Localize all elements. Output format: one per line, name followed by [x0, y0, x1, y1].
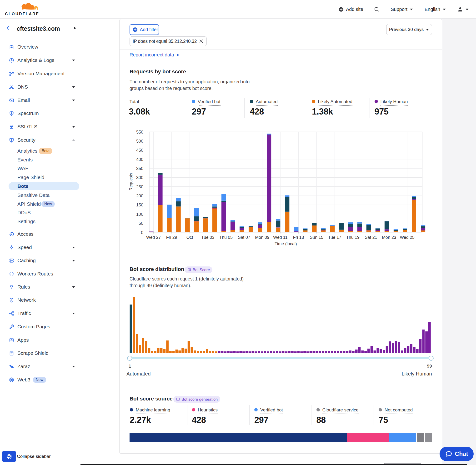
- svg-text:0: 0: [141, 230, 143, 235]
- svg-text:Automated: Automated: [127, 371, 151, 376]
- svg-text:Time (local): Time (local): [275, 242, 297, 246]
- svg-text:Wed 25: Wed 25: [400, 235, 414, 240]
- svg-text:100: 100: [136, 212, 143, 217]
- svg-text:Oct: Oct: [186, 235, 193, 240]
- svg-text:50: 50: [138, 221, 143, 226]
- svg-text:450: 450: [136, 148, 143, 153]
- svg-text:200: 200: [136, 194, 143, 198]
- svg-text:Mon 23: Mon 23: [382, 235, 396, 240]
- svg-text:Sat 21: Sat 21: [365, 235, 377, 240]
- svg-text:1: 1: [128, 364, 131, 369]
- svg-text:500: 500: [136, 139, 143, 144]
- svg-text:Sat 07: Sat 07: [238, 235, 250, 240]
- svg-text:Mon 09: Mon 09: [255, 235, 269, 240]
- svg-text:Tue 17: Tue 17: [328, 235, 341, 240]
- svg-text:Wed 11: Wed 11: [273, 235, 287, 240]
- svg-text:400: 400: [136, 157, 143, 162]
- svg-text:Wed 27: Wed 27: [146, 235, 161, 240]
- svg-text:Requests: Requests: [128, 173, 133, 190]
- svg-text:Fri 13: Fri 13: [293, 235, 304, 240]
- svg-text:Sun 15: Sun 15: [310, 235, 323, 240]
- svg-text:Thu 05: Thu 05: [219, 235, 233, 240]
- svg-text:99: 99: [427, 364, 432, 369]
- svg-text:CLOUDFLARE: CLOUDFLARE: [5, 12, 39, 16]
- svg-text:550: 550: [136, 130, 143, 135]
- svg-text:Likely Human: Likely Human: [402, 371, 432, 376]
- svg-text:300: 300: [136, 175, 143, 180]
- svg-text:Tue 03: Tue 03: [201, 235, 214, 240]
- svg-text:Thu 19: Thu 19: [346, 235, 360, 240]
- svg-text:150: 150: [136, 203, 143, 207]
- svg-text:250: 250: [136, 185, 143, 189]
- svg-text:Fri 29: Fri 29: [166, 235, 177, 240]
- svg-text:350: 350: [136, 166, 143, 171]
